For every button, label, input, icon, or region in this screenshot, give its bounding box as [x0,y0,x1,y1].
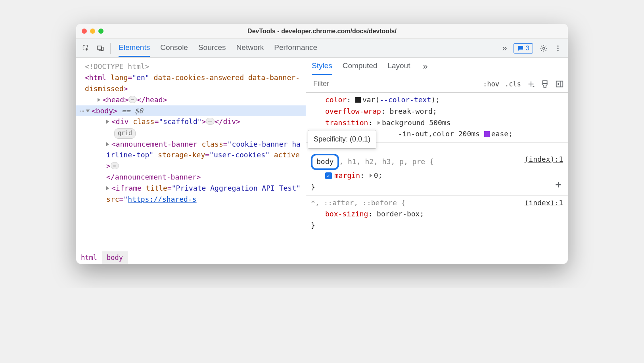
doctype-node[interactable]: <!DOCTYPE html> [76,61,306,72]
add-property-icon[interactable]: + [555,176,562,193]
rule-block-1[interactable]: (index):1 body, h1, h2, h3, p, pre { ✓ma… [306,143,568,195]
svg-point-4 [557,45,558,46]
head-node[interactable]: <head>⋯</head> [76,94,306,105]
styles-panel: Styles Computed Layout » :hov .cls color… [306,58,568,264]
bezier-swatch[interactable] [484,131,490,137]
titlebar: DevTools - developer.chrome.com/docs/dev… [76,24,568,39]
body-selector-highlight: body [311,154,339,170]
window-title: DevTools - developer.chrome.com/docs/dev… [76,28,568,35]
dom-tree[interactable]: <!DOCTYPE html> <html lang="en" data-coo… [76,58,306,251]
css-rules[interactable]: color: var(--color-text); overflow-wrap:… [306,93,568,264]
computed-tab[interactable]: Computed [343,58,378,75]
tab-network[interactable]: Network [236,39,264,57]
new-style-rule-icon[interactable] [527,80,535,88]
panel-tabs: Elements Console Sources Network Perform… [114,39,499,57]
rule-block-2[interactable]: (index):1 *, ::after, ::before { box-siz… [306,196,568,234]
breadcrumb-html[interactable]: html [76,251,102,264]
breadcrumb-body[interactable]: body [102,251,128,264]
hov-toggle[interactable]: :hov [483,80,499,88]
kebab-menu-icon[interactable] [551,42,565,55]
panel-toggle-icon[interactable] [555,80,564,88]
more-tabs-icon[interactable]: » [500,43,509,53]
more-styles-tabs-icon[interactable]: » [420,61,430,72]
inspect-element-icon[interactable] [79,42,93,55]
devtools-window: DevTools - developer.chrome.com/docs/dev… [76,24,568,264]
issues-icon [517,45,524,52]
body-node-selected[interactable]: ⋯<body> == $0 [76,105,306,117]
devtools-toolbar: Elements Console Sources Network Perform… [76,39,568,58]
separator [110,43,111,54]
device-toolbar-icon[interactable] [94,42,107,55]
styles-filterbar: :hov .cls [306,75,568,93]
source-link[interactable]: (index):1 [524,154,563,165]
content-panes: <!DOCTYPE html> <html lang="en" data-coo… [76,58,568,264]
grid-badge[interactable]: grid [76,127,306,138]
svg-rect-7 [543,80,547,83]
issues-count: 3 [526,44,529,52]
issues-badge[interactable]: 3 [514,43,533,53]
tab-console[interactable]: Console [160,39,188,57]
html-node[interactable]: <html lang="en" data-cookies-answered da… [76,72,306,94]
svg-rect-2 [102,47,104,50]
styles-tab[interactable]: Styles [312,58,332,75]
rule-block-0[interactable]: color: var(--color-text); overflow-wrap:… [306,93,568,143]
breadcrumb: html body [76,251,306,264]
svg-point-3 [543,47,545,49]
elements-panel: <!DOCTYPE html> <html lang="en" data-coo… [76,58,306,264]
announcement-node[interactable]: <announcement-banner class="cookie-banne… [76,139,306,183]
iframe-node[interactable]: <iframe title="Private Aggregation API T… [76,183,306,205]
tab-elements[interactable]: Elements [119,39,150,57]
svg-point-6 [557,50,558,51]
rule-close: } [311,220,563,231]
tab-performance[interactable]: Performance [274,39,317,57]
tab-sources[interactable]: Sources [198,39,226,57]
brush-icon[interactable] [541,80,550,88]
source-link[interactable]: (index):1 [524,197,563,209]
cls-toggle[interactable]: .cls [505,80,521,88]
svg-point-5 [557,48,558,49]
styles-sidebar-tabs: Styles Computed Layout » [306,58,568,75]
color-swatch[interactable] [355,97,361,103]
settings-icon[interactable] [537,42,550,55]
rule-close: } [311,182,563,193]
scaffold-node[interactable]: <div class="scaffold">⋯</div> [76,116,306,127]
property-checkbox[interactable]: ✓ [325,172,332,179]
svg-rect-1 [98,46,102,49]
layout-tab[interactable]: Layout [387,58,410,75]
styles-filter-input[interactable] [310,77,421,90]
